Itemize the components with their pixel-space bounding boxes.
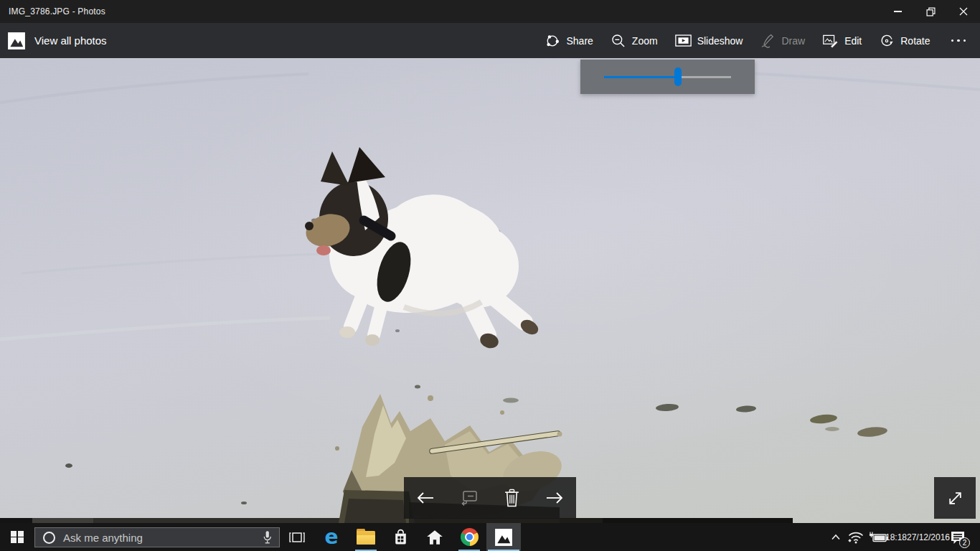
cortana-search-box[interactable]: Ask me anything [34, 527, 280, 547]
cortana-icon [43, 532, 55, 544]
share-label: Share [566, 35, 593, 47]
system-tray: 18:18 27/12/2016 2 [826, 523, 980, 551]
zoom-slider-popup [580, 60, 755, 94]
windows-logo-icon [11, 531, 24, 544]
minimize-icon [894, 11, 902, 12]
start-button[interactable] [0, 523, 34, 551]
slideshow-icon [675, 34, 692, 48]
zoom-out-icon [611, 33, 626, 49]
draw-button[interactable]: Draw [753, 29, 811, 53]
rotate-icon [879, 33, 895, 49]
photos-taskbar-icon [494, 528, 513, 547]
arrow-right-icon [544, 490, 565, 506]
edit-button[interactable]: Edit [816, 29, 868, 53]
next-photo-button[interactable] [540, 483, 570, 513]
rotate-button[interactable]: Rotate [872, 29, 936, 53]
file-explorer-button[interactable] [349, 523, 383, 551]
zoom-label: Zoom [632, 35, 658, 47]
zoom-slider-thumb[interactable] [674, 67, 682, 86]
rotate-label: Rotate [900, 35, 930, 47]
edge-icon: e [325, 528, 339, 547]
hidden-icons-button[interactable] [826, 523, 845, 551]
chrome-button[interactable] [452, 523, 486, 551]
home-app-button[interactable] [418, 523, 452, 551]
zoom-button[interactable]: Zoom [604, 29, 664, 53]
store-icon [392, 528, 410, 546]
title-bar: IMG_3786.JPG - Photos [0, 0, 980, 23]
network-button[interactable] [845, 523, 867, 551]
close-icon [959, 7, 968, 16]
draw-pen-icon [760, 33, 776, 49]
microphone-button[interactable] [262, 530, 273, 545]
store-button[interactable] [383, 523, 418, 551]
zoom-slider [604, 67, 731, 86]
viewer-control-bar [404, 477, 576, 519]
photos-app-button[interactable] [486, 523, 521, 551]
draw-label: Draw [781, 35, 805, 47]
delete-button[interactable] [496, 483, 527, 513]
slideshow-button[interactable]: Slideshow [669, 29, 750, 52]
fullscreen-button[interactable] [934, 477, 976, 519]
minimize-button[interactable] [881, 0, 914, 23]
photos-app-window: IMG_3786.JPG - Photos View all photos Sh… [0, 0, 980, 551]
clock[interactable]: 18:18 27/12/2016 [891, 523, 944, 551]
task-view-button[interactable] [280, 523, 314, 551]
file-explorer-icon [357, 531, 375, 545]
add-to-album-button[interactable] [453, 483, 484, 513]
action-center-button[interactable]: 2 [944, 523, 971, 551]
chevron-up-icon [831, 534, 841, 540]
slideshow-label: Slideshow [697, 35, 743, 47]
jumping-dog [296, 146, 547, 354]
trash-icon [504, 489, 520, 507]
edit-image-icon [822, 33, 839, 49]
restore-button[interactable] [914, 0, 947, 23]
chrome-icon [461, 528, 479, 546]
photo-canvas[interactable] [0, 58, 980, 523]
window-title: IMG_3786.JPG - Photos [9, 6, 105, 17]
photos-app-icon [7, 32, 26, 50]
share-icon [545, 33, 560, 49]
restore-icon [926, 7, 936, 17]
toolbar-actions: Share Zoom Slideshow Draw Edit Rotate [538, 29, 976, 53]
notification-badge: 2 [959, 537, 970, 548]
edge-button[interactable]: e [314, 523, 349, 551]
window-controls [881, 0, 980, 23]
search-placeholder: Ask me anything [63, 532, 143, 544]
edit-label: Edit [844, 35, 862, 47]
view-all-photos-label: View all photos [34, 34, 107, 47]
share-button[interactable]: Share [538, 29, 599, 53]
add-to-album-icon [459, 489, 479, 507]
taskbar: Ask me anything e [0, 523, 980, 551]
microphone-icon [262, 530, 273, 545]
close-button[interactable] [947, 0, 980, 23]
arrow-left-icon [415, 490, 436, 506]
fullscreen-expand-icon [946, 489, 964, 507]
zoom-slider-fill [604, 76, 678, 78]
view-all-photos-button[interactable]: View all photos [0, 23, 114, 58]
home-icon [425, 529, 444, 546]
see-more-button[interactable] [941, 35, 976, 47]
task-view-icon [288, 529, 306, 545]
app-command-bar: View all photos Share Zoom Slideshow Dra… [0, 23, 980, 58]
wifi-icon [847, 530, 864, 544]
previous-photo-button[interactable] [410, 483, 440, 513]
see-more-icon [951, 39, 954, 42]
tray-time: 18:18 [885, 532, 907, 542]
